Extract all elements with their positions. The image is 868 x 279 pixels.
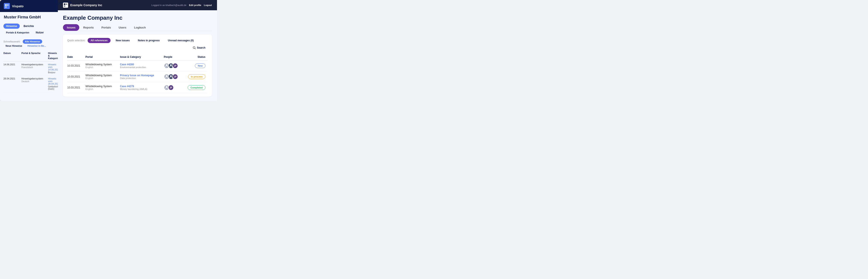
left-table-header: Datum Portal & Sprache Hinweis & Kategor… xyxy=(3,50,54,61)
filter-unread[interactable]: Unread messages (0) xyxy=(165,38,197,43)
table-row: 10.03.2021Whistleblowing SystemEnglishCa… xyxy=(67,82,208,93)
svg-rect-4 xyxy=(64,3,65,5)
col-date: Date xyxy=(67,54,86,60)
row0-status: New xyxy=(184,60,208,71)
left-row1-date: 14.06.2021 xyxy=(3,63,21,66)
left-tab-berichte[interactable]: Berichte xyxy=(21,24,36,29)
left-quick-all[interactable]: Alle Hinweise xyxy=(23,39,42,44)
svg-rect-2 xyxy=(7,4,8,6)
row0-people: JP xyxy=(164,60,184,71)
left-nav-tabs: Hinweise Berichte Portale & Kategorien N… xyxy=(0,22,58,37)
filter-all-refs[interactable]: All references xyxy=(88,38,111,43)
row0-issue-link[interactable]: Case #4280 xyxy=(120,63,134,66)
table-row: 14.06.2021 Hinweisgebersystem Französisc… xyxy=(3,61,54,75)
left-row1-hinweis: Hinweis vom 14.06.2021 Bonjour xyxy=(48,63,58,74)
row0-date: 10.03.2021 xyxy=(67,60,86,71)
tab-logbuch[interactable]: Logbuch xyxy=(130,24,150,31)
topbar-company-name: Example Company Inc xyxy=(70,3,102,7)
search-icon xyxy=(193,46,196,49)
content-card: Quick selection: All references New issu… xyxy=(63,34,212,97)
svg-point-11 xyxy=(166,75,167,77)
vispato-logo xyxy=(4,3,10,9)
row2-issue: Case #4279Money laundering (AMLA) xyxy=(120,82,164,93)
main-title: Example Company Inc xyxy=(63,14,212,21)
left-row1-portal: Hinweisgebersystem Französisch xyxy=(22,63,47,68)
tab-users[interactable]: Users xyxy=(115,24,130,31)
left-row2-date: 28.04.2021 xyxy=(3,77,21,80)
table-row: 10.03.2021Whistleblowing SystemEnglishCa… xyxy=(67,60,208,71)
search-button[interactable]: Search xyxy=(191,45,208,50)
left-col-hinweis: Hinweis & Kategorie xyxy=(48,52,58,60)
row2-issue-link[interactable]: Case #4279 xyxy=(120,85,134,88)
svg-rect-1 xyxy=(5,4,7,6)
filter-new-issues[interactable]: New issues xyxy=(113,38,133,43)
row0-portal: Whistleblowing SystemEnglish xyxy=(86,60,120,71)
left-header: Vispato xyxy=(0,0,58,12)
issues-table: Date Portal Issue & Category People Stat… xyxy=(67,54,208,93)
app-wrapper: Vispato Muster Firma GmbH Hinweise Beric… xyxy=(0,0,217,101)
row1-date: 10.03.2021 xyxy=(67,71,86,82)
topbar-edit-profile[interactable]: Edit profile xyxy=(189,4,201,6)
topbar-auth: Logged in as bhalbach@auditi.de Edit pro… xyxy=(151,4,212,6)
avatar: JP xyxy=(173,63,178,68)
svg-point-10 xyxy=(170,64,172,66)
tab-portals[interactable]: Portals xyxy=(98,24,115,31)
left-col-datum: Datum xyxy=(3,52,21,60)
row1-people: JP xyxy=(164,71,184,82)
left-table-section: Datum Portal & Sprache Hinweis & Kategor… xyxy=(0,50,58,101)
left-row1-link[interactable]: Hinweis vom 14.06.2021 xyxy=(48,63,58,71)
left-quick-new[interactable]: Neue Hinweise xyxy=(3,44,24,48)
avatar: JP xyxy=(173,74,178,80)
status-badge: Completed xyxy=(188,85,206,90)
col-portal: Portal xyxy=(86,54,120,60)
right-panel: Example Company Inc Logged in as bhalbac… xyxy=(58,0,217,101)
left-tab-portale[interactable]: Portale & Kategorien xyxy=(3,30,32,35)
brand-name: Vispato xyxy=(12,4,24,8)
topbar-logged-in: Logged in as bhalbach@auditi.de xyxy=(151,4,186,6)
table-header-row: Date Portal Issue & Category People Stat… xyxy=(67,54,208,60)
topbar: Example Company Inc Logged in as bhalbac… xyxy=(58,0,217,10)
col-issue: Issue & Category xyxy=(120,54,164,60)
left-panel: Vispato Muster Firma GmbH Hinweise Beric… xyxy=(0,0,58,101)
left-quick-inprogress[interactable]: Hinweise in Be... xyxy=(25,44,48,48)
svg-point-12 xyxy=(170,75,172,77)
status-badge: New xyxy=(195,63,206,68)
row1-portal: Whistleblowing SystemEnglish xyxy=(86,71,120,82)
topbar-logout[interactable]: Logout xyxy=(204,4,212,6)
right-main: Example Company Inc Issues Reports Porta… xyxy=(58,10,217,101)
search-label: Search xyxy=(197,46,206,49)
row2-portal: Whistleblowing SystemEnglish xyxy=(86,82,120,93)
col-status: Status xyxy=(184,54,208,60)
left-col-portal: Portal & Sprache xyxy=(22,52,47,60)
left-tab-nutzer[interactable]: Nutzer xyxy=(33,30,46,35)
right-nav-tabs: Issues Reports Portals Users Logbuch xyxy=(63,24,212,31)
tab-issues[interactable]: Issues xyxy=(63,24,79,31)
left-quick-section: Schnellauswahl: Alle Hinweise Neue Hinwe… xyxy=(0,37,58,50)
row1-status: In process xyxy=(184,71,208,82)
svg-rect-5 xyxy=(66,3,67,5)
row2-people: JP xyxy=(164,82,184,93)
filter-label: Quick selection: xyxy=(67,39,86,42)
left-quick-label: Schnellauswahl: xyxy=(3,40,21,43)
left-row2-link[interactable]: Hinweis vom 28.04.2021 xyxy=(48,77,58,85)
avatar: JP xyxy=(168,85,174,90)
row2-date: 10.03.2021 xyxy=(67,82,86,93)
svg-rect-3 xyxy=(5,6,7,8)
table-row: 10.03.2021Whistleblowing SystemEnglishPr… xyxy=(67,71,208,82)
row1-issue-link[interactable]: Privacy Issue on Homepage xyxy=(120,74,154,77)
col-people: People xyxy=(164,54,184,60)
row0-issue: Case #4280Environmental protection xyxy=(120,60,164,71)
left-row2-portal: Hinweisgebersystem Deutsch xyxy=(22,77,47,83)
filter-notes-progress[interactable]: Notes in progress xyxy=(135,38,163,43)
row1-issue: Privacy Issue on HomepageData protection xyxy=(120,71,164,82)
left-tab-hinweise[interactable]: Hinweise xyxy=(3,24,20,29)
svg-point-13 xyxy=(166,86,167,88)
status-badge: In process xyxy=(188,74,206,79)
svg-rect-6 xyxy=(64,5,65,7)
left-company-name: Muster Firma GmbH xyxy=(4,15,54,20)
tab-reports[interactable]: Reports xyxy=(79,24,97,31)
row2-status: Completed xyxy=(184,82,208,93)
left-company-section: Muster Firma GmbH xyxy=(0,12,58,22)
table-row: 28.04.2021 Hinweisgebersystem Deutsch Hi… xyxy=(3,75,54,92)
topbar-logo: Example Company Inc xyxy=(63,3,102,8)
